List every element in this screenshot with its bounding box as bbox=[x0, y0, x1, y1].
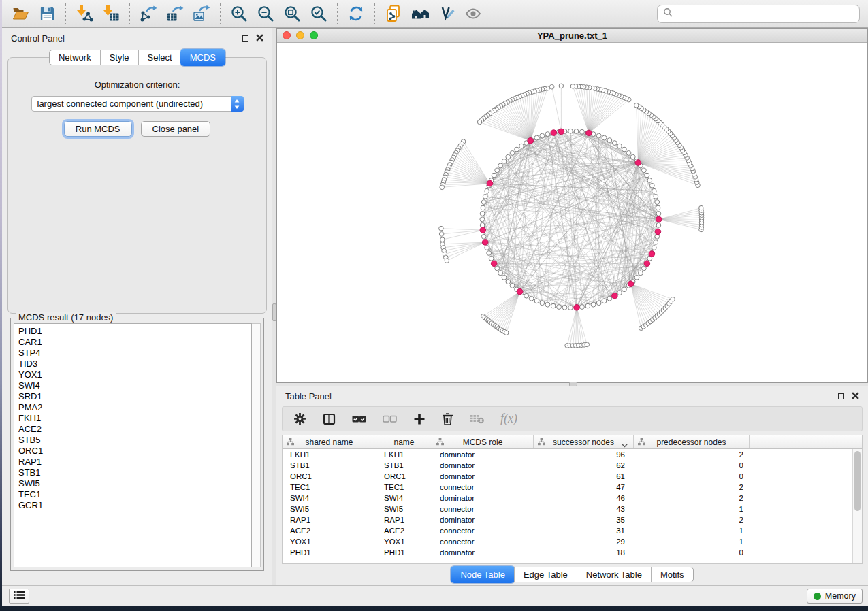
graph-node[interactable] bbox=[498, 271, 503, 276]
mcds-result-item[interactable]: STP4 bbox=[18, 348, 251, 359]
graph-mcds-node[interactable] bbox=[517, 288, 523, 295]
graph-node[interactable] bbox=[562, 305, 567, 310]
graph-mcds-node[interactable] bbox=[558, 129, 564, 135]
graph-node[interactable] bbox=[649, 183, 654, 188]
mcds-result-item[interactable]: YOX1 bbox=[18, 369, 251, 380]
float-table-panel-icon[interactable] bbox=[838, 393, 844, 399]
graph-node[interactable] bbox=[647, 178, 652, 183]
graph-mcds-node[interactable] bbox=[649, 251, 655, 257]
graph-mcds-node[interactable] bbox=[612, 293, 618, 299]
graph-node[interactable] bbox=[654, 194, 658, 199]
graph-node[interactable] bbox=[485, 188, 489, 193]
graph-leaf-node[interactable] bbox=[549, 84, 554, 89]
mcds-result-item[interactable]: STB5 bbox=[18, 435, 251, 446]
import-table-icon[interactable] bbox=[101, 3, 121, 24]
graph-node[interactable] bbox=[495, 266, 500, 271]
graph-leaf-node[interactable] bbox=[559, 84, 564, 88]
graph-node[interactable] bbox=[656, 222, 661, 227]
graph-leaf-node[interactable] bbox=[585, 342, 590, 347]
graph-node[interactable] bbox=[622, 287, 627, 292]
table-row[interactable]: STB1STB1dominator620 bbox=[283, 460, 862, 471]
mcds-result-item[interactable]: PHD1 bbox=[18, 326, 251, 337]
graph-mcds-node[interactable] bbox=[491, 261, 497, 267]
graph-node[interactable] bbox=[612, 141, 617, 146]
graph-mcds-node[interactable] bbox=[644, 261, 650, 267]
graph-node[interactable] bbox=[580, 129, 585, 134]
graph-node[interactable] bbox=[534, 299, 539, 303]
column-header-MCDS-role[interactable]: MCDS role bbox=[432, 435, 534, 448]
graph-leaf-node[interactable] bbox=[699, 205, 704, 210]
mcds-result-item[interactable]: RAP1 bbox=[18, 457, 251, 467]
close-panel-icon[interactable] bbox=[256, 33, 263, 44]
column-header-successor-nodes[interactable]: successor nodes bbox=[534, 435, 634, 448]
mcds-result-item[interactable]: PMA2 bbox=[18, 402, 251, 413]
mcds-result-item[interactable]: CAR1 bbox=[18, 337, 251, 348]
graph-node[interactable] bbox=[655, 234, 660, 239]
graph-leaf-node[interactable] bbox=[440, 237, 445, 242]
graph-mcds-node[interactable] bbox=[656, 216, 662, 222]
graph-mcds-node[interactable] bbox=[655, 229, 661, 235]
mcds-result-item[interactable]: SWI4 bbox=[18, 380, 251, 391]
graph-node[interactable] bbox=[510, 151, 515, 156]
graph-node[interactable] bbox=[656, 212, 661, 216]
mcds-result-item[interactable]: ORC1 bbox=[18, 446, 251, 457]
graph-node[interactable] bbox=[652, 188, 656, 193]
graph-node[interactable] bbox=[519, 144, 524, 148]
graph-node[interactable] bbox=[641, 168, 646, 173]
graph-node[interactable] bbox=[652, 246, 656, 250]
graph-node[interactable] bbox=[510, 283, 515, 288]
table-scrollbar-thumb[interactable] bbox=[854, 451, 861, 511]
graph-node[interactable] bbox=[607, 138, 612, 143]
search-input[interactable] bbox=[676, 9, 854, 19]
memory-button[interactable]: Memory bbox=[807, 589, 863, 604]
graph-node[interactable] bbox=[585, 303, 590, 308]
graph-node[interactable] bbox=[638, 271, 643, 276]
tab-mcds[interactable]: MCDS bbox=[180, 49, 225, 66]
mcds-result-item[interactable]: ACE2 bbox=[18, 424, 251, 435]
table-row[interactable]: YOX1YOX1connector291 bbox=[283, 536, 862, 547]
graph-node[interactable] bbox=[506, 154, 511, 159]
graph-node[interactable] bbox=[574, 129, 579, 134]
mcds-list-scrollbar[interactable] bbox=[252, 323, 261, 567]
table-row[interactable]: FKH1FKH1dominator962 bbox=[283, 449, 862, 460]
save-icon[interactable] bbox=[37, 3, 57, 24]
tab-select[interactable]: Select bbox=[138, 50, 181, 65]
graph-node[interactable] bbox=[568, 129, 573, 133]
graph-node[interactable] bbox=[645, 173, 649, 178]
graph-leaf-node[interactable] bbox=[634, 103, 639, 108]
graph-node[interactable] bbox=[487, 251, 492, 256]
zoom-in-icon[interactable] bbox=[229, 3, 249, 24]
graph-mcds-node[interactable] bbox=[628, 281, 634, 287]
export-network-icon[interactable] bbox=[138, 3, 159, 24]
graph-node[interactable] bbox=[502, 276, 507, 280]
graph-node[interactable] bbox=[534, 135, 539, 140]
graph-node[interactable] bbox=[551, 303, 556, 308]
graph-node[interactable] bbox=[480, 212, 485, 216]
graph-node[interactable] bbox=[495, 168, 500, 173]
graph-node[interactable] bbox=[545, 132, 550, 137]
graph-leaf-node[interactable] bbox=[477, 120, 482, 125]
tab-style[interactable]: Style bbox=[100, 50, 138, 65]
graph-node[interactable] bbox=[480, 217, 485, 222]
gear-icon[interactable] bbox=[293, 412, 306, 425]
graph-node[interactable] bbox=[540, 301, 545, 306]
table-row[interactable]: SWI4SWI4dominator462 bbox=[283, 493, 862, 503]
graph-mcds-node[interactable] bbox=[480, 227, 486, 233]
mcds-result-item[interactable]: STB1 bbox=[18, 467, 251, 478]
graph-node[interactable] bbox=[481, 205, 485, 210]
graph-node[interactable] bbox=[596, 133, 601, 138]
column-header-name[interactable]: name bbox=[376, 435, 432, 448]
graph-node[interactable] bbox=[596, 301, 601, 306]
graph-leaf-node[interactable] bbox=[445, 259, 449, 263]
tab-network[interactable]: Network bbox=[50, 50, 100, 65]
mcds-result-item[interactable]: TID3 bbox=[18, 359, 251, 369]
open-file-icon[interactable] bbox=[10, 3, 31, 24]
graph-node[interactable] bbox=[498, 163, 503, 168]
graph-node[interactable] bbox=[568, 306, 573, 310]
graph-mcds-node[interactable] bbox=[635, 160, 641, 166]
graph-mcds-node[interactable] bbox=[551, 130, 557, 136]
export-image-icon[interactable] bbox=[191, 3, 212, 24]
table-row[interactable]: PHD1PHD1dominator180 bbox=[283, 547, 862, 558]
zoom-out-icon[interactable] bbox=[255, 3, 276, 24]
graph-node[interactable] bbox=[545, 302, 550, 307]
